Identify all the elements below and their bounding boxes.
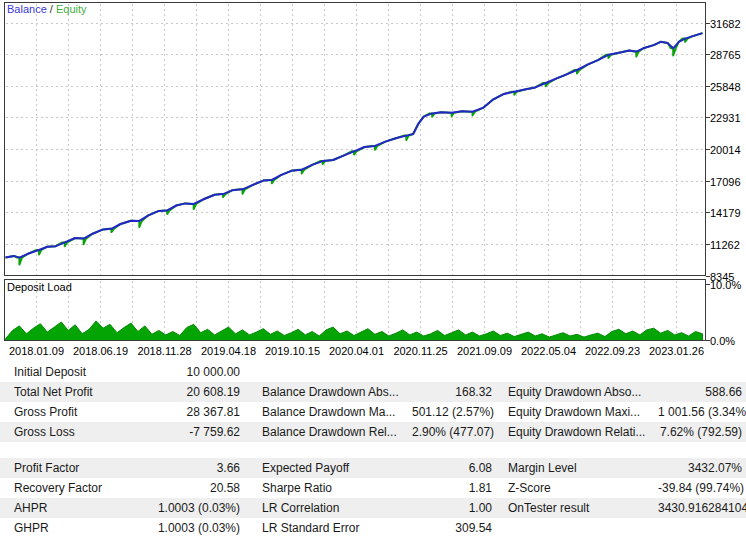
stat-value: 168.32 (412, 382, 492, 402)
x-axis-date-label: 2018.06.19 (73, 345, 128, 357)
x-axis-date-label: 2019.04.18 (201, 345, 256, 357)
stat-label: Recovery Factor (14, 478, 140, 498)
stat-label: Balance Drawdown Abs... (262, 382, 412, 402)
stat-value: 501.12 (2.57%) (412, 402, 492, 422)
x-axis-date-label: 2019.10.15 (265, 345, 320, 357)
x-axis-date-label: 2021.09.09 (457, 345, 512, 357)
backtest-report: 3168228765258482293120014170961417911262… (0, 0, 746, 541)
stat-label: Equity Drawdown Abso... (508, 382, 658, 402)
stat-value: 3432.07% (658, 458, 742, 478)
deposit-axis-label: 0.0% (710, 335, 735, 347)
stat-label: LR Correlation (262, 498, 412, 518)
y-axis-label: 20014 (710, 144, 741, 156)
stat-value (658, 518, 742, 538)
table-row: Total Net Profit 20 608.19 Balance Drawd… (0, 382, 746, 402)
stat-label: OnTester result (508, 498, 658, 518)
stat-label: Expected Payoff (262, 458, 412, 478)
x-axis-date-label: 2022.09.23 (585, 345, 640, 357)
stat-value: 1.00 (412, 498, 492, 518)
y-axis-label: 14179 (710, 207, 741, 219)
stat-label: Balance Drawdown Ma... (262, 402, 412, 422)
y-axis-label: 22931 (710, 112, 741, 124)
stat-value: 7.62% (792.59) (658, 422, 742, 442)
stat-label: Balance Drawdown Rel... (262, 422, 412, 442)
stat-value: 588.66 (658, 382, 742, 402)
legend-equity: Equity (56, 3, 87, 15)
stat-value: -39.84 (99.74%) (658, 478, 742, 498)
stat-value: 309.54 (412, 518, 492, 538)
stat-label: Initial Deposit (14, 362, 140, 382)
x-axis-date-label: 2018.01.09 (9, 345, 64, 357)
chart-legend: Balance / Equity (7, 3, 87, 15)
stat-label: Margin Level (508, 458, 658, 478)
table-row: Gross Loss -7 759.62 Balance Drawdown Re… (0, 422, 746, 442)
stat-value: 1.81 (412, 478, 492, 498)
stat-label: LR Standard Error (262, 518, 412, 538)
stat-label (508, 362, 658, 382)
y-axis-label: 11262 (710, 239, 740, 251)
legend-balance: Balance (7, 3, 47, 15)
stat-label: Total Net Profit (14, 382, 140, 402)
table-row: AHPR 1.0003 (0.03%) LR Correlation 1.00 … (0, 498, 746, 518)
stat-label: Gross Loss (14, 422, 140, 442)
stats-table: Initial Deposit 10 000.00 Total Net Prof… (0, 362, 746, 538)
table-row: Recovery Factor 20.58 Sharpe Ratio 1.81 … (0, 478, 746, 498)
y-axis-label: 28765 (710, 49, 741, 61)
balance-equity-chart[interactable]: 3168228765258482293120014170961417911262… (0, 0, 746, 362)
stat-value: 1.0003 (0.03%) (140, 498, 240, 518)
table-block-gap (0, 442, 746, 458)
table-row: Initial Deposit 10 000.00 (0, 362, 746, 382)
stat-value: 20.58 (140, 478, 240, 498)
table-row: GHPR 1.0003 (0.03%) LR Standard Error 30… (0, 518, 746, 538)
y-axis-label: 31682 (710, 18, 741, 30)
x-axis-date-label: 2023.01.26 (649, 345, 704, 357)
stat-value: 3.66 (140, 458, 240, 478)
stat-value: 1 001.56 (3.34%) (658, 402, 742, 422)
deposit-load-label: Deposit Load (7, 281, 72, 293)
stat-value: 20 608.19 (140, 382, 240, 402)
stat-value: 10 000.00 (140, 362, 240, 382)
y-axis-label: 25848 (710, 81, 741, 93)
x-axis-date-label: 2020.11.25 (393, 345, 447, 357)
stat-label: Z-Score (508, 478, 658, 498)
stat-value (412, 362, 492, 382)
x-axis-date-label: 2020.04.01 (329, 345, 384, 357)
stat-value: 28 367.81 (140, 402, 240, 422)
stat-value (658, 362, 742, 382)
stat-value: 1.0003 (0.03%) (140, 518, 240, 538)
x-axis-date-label: 2022.05.04 (521, 345, 576, 357)
table-row: Profit Factor 3.66 Expected Payoff 6.08 … (0, 458, 746, 478)
stat-value: 6.08 (412, 458, 492, 478)
x-axis-date-label: 2018.11.28 (137, 345, 191, 357)
table-row: Gross Profit 28 367.81 Balance Drawdown … (0, 402, 746, 422)
stat-label (262, 362, 412, 382)
stat-value: 3430.916284104... (658, 498, 742, 518)
stat-value: -7 759.62 (140, 422, 240, 442)
stat-value: 2.90% (477.07) (412, 422, 492, 442)
stat-label: Equity Drawdown Relati... (508, 422, 658, 442)
stat-label: AHPR (14, 498, 140, 518)
stat-label (508, 518, 658, 538)
stat-label: Sharpe Ratio (262, 478, 412, 498)
stat-label: GHPR (14, 518, 140, 538)
stat-label: Profit Factor (14, 458, 140, 478)
stat-label: Gross Profit (14, 402, 140, 422)
deposit-axis-label: 10.0% (710, 279, 741, 291)
y-axis-label: 17096 (710, 176, 741, 188)
stat-label: Equity Drawdown Maxi... (508, 402, 658, 422)
